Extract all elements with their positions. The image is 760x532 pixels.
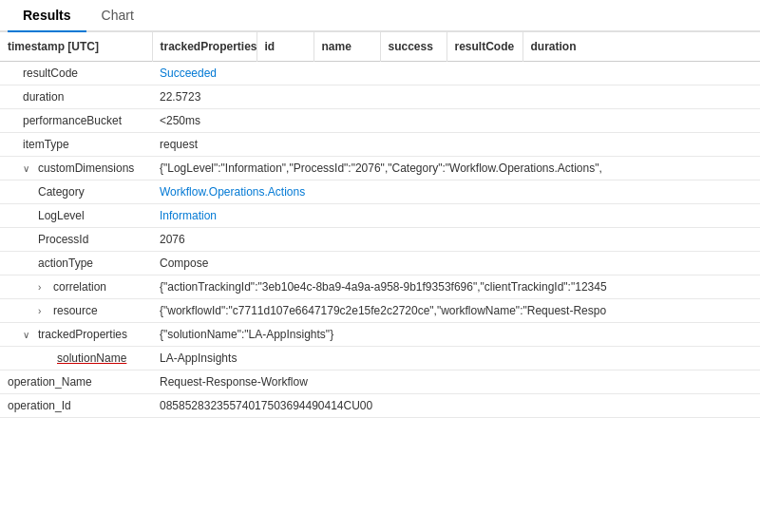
key-cell: performanceBucket [0,109,152,133]
value-cell: LA-AppInsights [152,347,760,370]
table-row: resultCodeSucceeded [0,62,760,86]
key-cell: itemType [0,133,152,157]
key-cell: actionType [0,252,152,276]
col-header-name[interactable]: name [314,32,380,62]
table-row: CategoryWorkflow.Operations.Actions [0,180,760,204]
key-text: actionType [38,256,93,270]
table-row: solutionNameLA-AppInsights [0,347,760,370]
tabs-container: Results Chart [0,0,760,32]
value-link[interactable]: Workflow.Operations.Actions [160,185,305,199]
table-row: ProcessId2076 [0,228,760,252]
key-text: operation_Id [8,399,71,412]
key-cell: ProcessId [0,228,152,252]
value-cell: Compose [152,252,760,276]
key-text: duration [23,90,64,104]
value-cell: 08585283235574017503694490414CU00 [152,394,760,418]
value-cell: Succeeded [152,62,760,86]
key-text: operation_Name [8,375,92,389]
col-header-resultcode[interactable]: resultCode [446,32,522,62]
value-cell: {"actionTrackingId":"3eb10e4c-8ba9-4a9a-… [152,276,760,299]
key-cell: operation_Id [0,394,152,418]
key-text: solutionName [57,352,126,365]
table-row: performanceBucket<250ms [0,109,760,133]
col-header-id[interactable]: id [256,32,314,62]
col-header-tracked[interactable]: trackedProperties [152,32,256,62]
table-row: ∨customDimensions{"LogLevel":"Informatio… [0,157,760,180]
key-cell: ›resource [0,299,152,323]
table-row: operation_NameRequest-Response-Workflow [0,370,760,394]
table-row: operation_Id0858528323557401750369449041… [0,394,760,418]
value-link[interactable]: Succeeded [160,66,217,80]
table-row: actionTypeCompose [0,252,760,276]
col-header-timestamp[interactable]: timestamp [UTC] [0,32,152,62]
value-cell: {"LogLevel":"Information","ProcessId":"2… [152,157,760,180]
value-cell: Information [152,204,760,228]
table-row: ∨trackedProperties{"solutionName":"LA-Ap… [0,323,760,347]
key-cell: ∨trackedProperties [0,323,152,347]
key-cell: duration [0,86,152,109]
table-container: timestamp [UTC] trackedProperties id nam… [0,32,760,526]
key-text: itemType [23,138,69,151]
value-cell: <250ms [152,109,760,133]
key-cell: Category [0,180,152,204]
expand-icon[interactable]: ∨ [23,330,38,340]
key-cell: ›correlation [0,276,152,299]
key-text: Category [38,185,85,199]
expand-icon[interactable]: › [38,282,53,293]
key-text: LogLevel [38,209,85,222]
tab-chart[interactable]: Chart [86,0,149,32]
key-cell: ∨customDimensions [0,157,152,180]
value-cell: {"workflowId":"c7711d107e6647179c2e15fe2… [152,299,760,323]
key-text: resource [53,304,98,317]
key-cell: operation_Name [0,370,152,394]
value-cell: 2076 [152,228,760,252]
key-cell: solutionName [0,347,152,370]
table-row: ›correlation{"actionTrackingId":"3eb10e4… [0,276,760,299]
table-row: LogLevelInformation [0,204,760,228]
table-row: ›resource{"workflowId":"c7711d107e664717… [0,299,760,323]
tab-results[interactable]: Results [8,0,86,32]
value-cell: {"solutionName":"LA-AppInsights"} [152,323,760,347]
col-header-duration[interactable]: duration [522,32,760,62]
value-cell: Workflow.Operations.Actions [152,180,760,204]
key-text: customDimensions [38,162,134,175]
value-cell: 22.5723 [152,86,760,109]
value-link[interactable]: Information [160,209,217,222]
column-header-row: timestamp [UTC] trackedProperties id nam… [0,32,760,62]
key-text: correlation [53,280,106,294]
expand-icon[interactable]: › [38,306,53,316]
col-header-success[interactable]: success [380,32,446,62]
key-cell: resultCode [0,62,152,86]
key-text: performanceBucket [23,114,122,127]
key-cell: LogLevel [0,204,152,228]
key-text: ProcessId [38,233,88,246]
table-row: itemTyperequest [0,133,760,157]
value-cell: request [152,133,760,157]
key-text: trackedProperties [38,328,127,341]
table-row: duration22.5723 [0,86,760,109]
value-cell: Request-Response-Workflow [152,370,760,394]
expand-icon[interactable]: ∨ [23,163,38,174]
key-text: resultCode [23,66,78,80]
